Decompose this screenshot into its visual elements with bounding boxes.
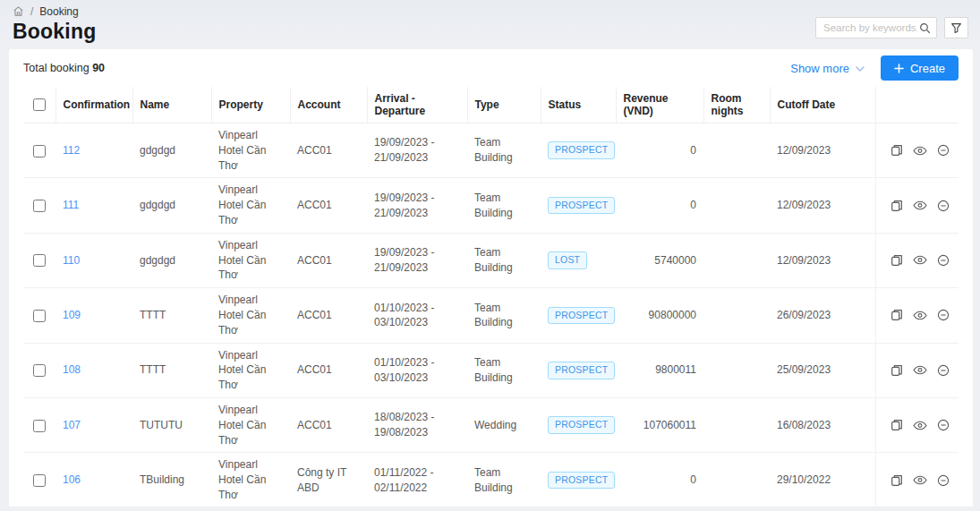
cell-type: Wedding xyxy=(467,397,541,452)
confirmation-link[interactable]: 106 xyxy=(63,473,81,486)
eye-icon xyxy=(913,311,927,320)
copy-icon xyxy=(891,254,903,267)
cell-account: ACC01 xyxy=(290,397,367,452)
copy-icon xyxy=(891,309,903,321)
remove-button[interactable] xyxy=(937,200,950,212)
breadcrumb-separator: / xyxy=(30,5,33,18)
cell-type: Team Building xyxy=(467,123,541,178)
table-row: 106TBuildingVinpearl Hotel Cần ThơCông t… xyxy=(23,453,959,507)
column-header-confirmation: Confirmation xyxy=(55,87,132,123)
cell-name: TBuilding xyxy=(132,453,211,507)
row-checkbox[interactable] xyxy=(33,474,46,487)
cell-cutoff-date: 29/10/2022 xyxy=(770,453,875,507)
cell-revenue: 107060011 xyxy=(616,397,703,452)
remove-button[interactable] xyxy=(937,419,950,431)
row-checkbox[interactable] xyxy=(33,145,46,158)
view-button[interactable] xyxy=(913,475,927,485)
confirmation-link[interactable]: 108 xyxy=(63,363,81,376)
view-button[interactable] xyxy=(913,421,927,430)
confirmation-link[interactable]: 112 xyxy=(63,144,80,157)
filter-button[interactable] xyxy=(944,17,968,38)
cell-revenue: 0 xyxy=(616,123,703,178)
copy-button[interactable] xyxy=(891,254,903,267)
search-box xyxy=(815,17,937,38)
cell-room-nights xyxy=(703,343,770,397)
cell-arrival-departure: 18/08/2023 - 19/08/2023 xyxy=(367,397,467,452)
cell-revenue: 9800011 xyxy=(616,343,703,397)
cell-actions xyxy=(875,288,959,343)
cell-name: TTTT xyxy=(132,288,211,343)
remove-button[interactable] xyxy=(937,144,950,157)
cell-type: Team Building xyxy=(467,178,541,233)
copy-icon xyxy=(891,419,903,431)
minus-circle-icon xyxy=(937,254,950,267)
copy-button[interactable] xyxy=(891,474,903,487)
cell-room-nights xyxy=(703,288,770,343)
home-icon[interactable] xyxy=(13,5,24,17)
confirmation-link[interactable]: 107 xyxy=(63,419,81,431)
status-badge: PROSPECT xyxy=(548,141,615,159)
search-icon[interactable] xyxy=(919,22,931,34)
cell-arrival-departure: 19/09/2023 - 21/09/2023 xyxy=(367,178,467,233)
row-checkbox[interactable] xyxy=(33,420,46,432)
minus-circle-icon xyxy=(937,474,950,487)
view-button[interactable] xyxy=(913,365,927,375)
copy-button[interactable] xyxy=(891,364,903,377)
copy-button[interactable] xyxy=(891,309,903,321)
row-checkbox[interactable] xyxy=(33,364,46,377)
cell-cutoff-date: 16/08/2023 xyxy=(770,397,875,452)
view-button[interactable] xyxy=(913,255,927,265)
copy-icon xyxy=(891,144,903,157)
create-button[interactable]: Create xyxy=(881,55,959,81)
cell-room-nights xyxy=(703,233,770,287)
table-row: 108TTTTVinpearl Hotel Cần ThơACC0101/10/… xyxy=(23,343,959,397)
cell-property: Vinpearl Hotel Cần Thơ xyxy=(211,233,290,287)
cell-arrival-departure: 01/11/2022 - 02/11/2022 xyxy=(367,453,467,507)
remove-button[interactable] xyxy=(937,474,950,487)
confirmation-link[interactable]: 111 xyxy=(63,199,79,211)
confirmation-link[interactable]: 109 xyxy=(63,309,81,321)
cell-room-nights xyxy=(703,178,770,233)
copy-button[interactable] xyxy=(891,419,903,431)
booking-table: ConfirmationNamePropertyAccountArrival -… xyxy=(23,87,959,507)
select-all-checkbox[interactable] xyxy=(33,98,46,111)
search-area xyxy=(815,17,968,38)
copy-icon xyxy=(891,200,903,212)
minus-circle-icon xyxy=(937,144,950,157)
show-more-link[interactable]: Show more xyxy=(790,62,865,75)
row-checkbox[interactable] xyxy=(33,254,46,267)
card-header: Total booking 90 Show more Create xyxy=(23,49,959,87)
view-button[interactable] xyxy=(913,146,927,156)
cell-cutoff-date: 26/09/2023 xyxy=(770,288,875,343)
cell-name: TTTT xyxy=(132,343,211,397)
view-button[interactable] xyxy=(913,311,927,320)
remove-button[interactable] xyxy=(937,364,950,377)
breadcrumb-current[interactable]: Booking xyxy=(39,5,78,18)
cell-type: Team Building xyxy=(467,343,541,397)
cell-room-nights xyxy=(703,397,770,452)
status-badge: PROSPECT xyxy=(548,362,615,379)
copy-icon xyxy=(891,474,903,487)
row-checkbox[interactable] xyxy=(33,200,46,212)
view-button[interactable] xyxy=(913,200,927,210)
eye-icon xyxy=(913,255,927,265)
confirmation-link[interactable]: 110 xyxy=(63,254,80,267)
table-row: 110gdgdgdVinpearl Hotel Cần ThơACC0119/0… xyxy=(23,233,959,287)
table-row: 109TTTTVinpearl Hotel Cần ThơACC0101/10/… xyxy=(23,288,959,343)
eye-icon xyxy=(913,365,927,375)
column-header-actions xyxy=(875,87,959,123)
column-header-cutoff-date: Cutoff Date xyxy=(770,87,875,123)
copy-button[interactable] xyxy=(891,200,903,212)
table-row: 111gdgdgdVinpearl Hotel Cần ThơACC0119/0… xyxy=(23,178,959,233)
row-checkbox[interactable] xyxy=(33,310,46,322)
status-badge: PROSPECT xyxy=(548,197,615,215)
booking-card: Total booking 90 Show more Create C xyxy=(9,49,973,507)
search-input[interactable] xyxy=(822,21,919,34)
cell-property: Vinpearl Hotel Cần Thơ xyxy=(211,123,290,178)
copy-button[interactable] xyxy=(891,144,903,157)
cell-arrival-departure: 19/09/2023 - 21/09/2023 xyxy=(367,233,467,287)
remove-button[interactable] xyxy=(937,254,950,267)
remove-button[interactable] xyxy=(937,309,950,321)
cell-property: Vinpearl Hotel Cần Thơ xyxy=(211,397,290,452)
cell-cutoff-date: 12/09/2023 xyxy=(770,178,875,233)
